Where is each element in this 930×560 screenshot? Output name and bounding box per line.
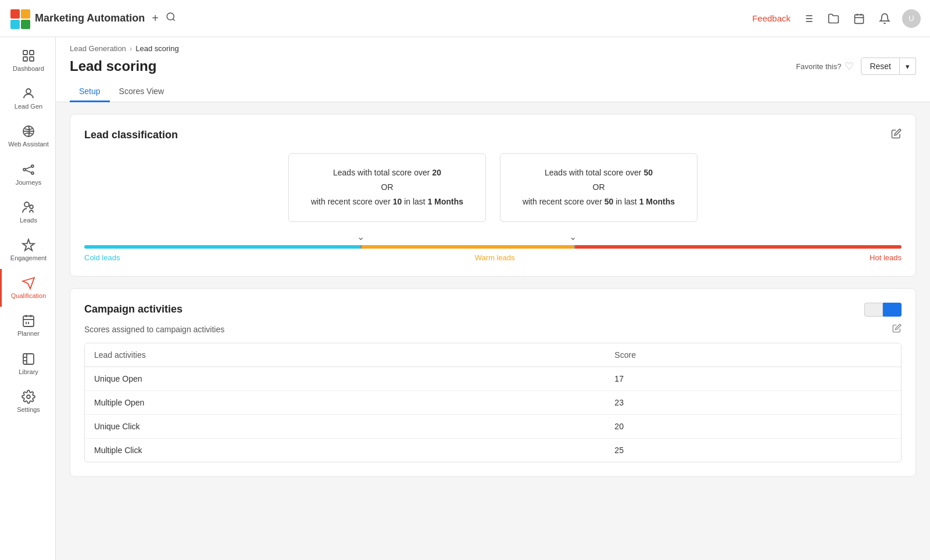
sidebar-item-web-assistant[interactable]: Web Assistant [0, 117, 55, 155]
classification-box-hot: Leads with total score over 50 OR with r… [500, 153, 698, 222]
sidebar-item-leads[interactable]: Leads [0, 193, 55, 231]
table-row: Multiple Click 25 [85, 438, 901, 462]
col-score: Score [605, 343, 901, 367]
lead-classification-header: Lead classification [84, 128, 902, 142]
campaign-activities-title: Campaign activities [84, 303, 183, 315]
sidebar-label-leads: Leads [20, 217, 37, 224]
tab-setup[interactable]: Setup [70, 82, 110, 102]
sidebar-label-engagement: Engagement [10, 254, 46, 262]
box2-line3: with recent score over 50 in last 1 Mont… [514, 195, 683, 209]
svg-rect-12 [855, 15, 864, 23]
box1-line1: Leads with total score over 20 [303, 166, 471, 180]
reset-button-group: Reset ▾ [861, 58, 916, 75]
svg-rect-2 [10, 20, 20, 29]
toggle-off[interactable] [864, 303, 883, 317]
sidebar-label-journeys: Journeys [16, 179, 42, 186]
hot-segment [575, 245, 902, 249]
chevron-row: ⌄ ⌄ [84, 231, 902, 244]
chevron-left-icon: ⌄ [357, 231, 364, 242]
search-button[interactable] [166, 12, 176, 25]
favorite-label: Favorite this? [796, 62, 841, 71]
lead-score-slider[interactable] [84, 245, 902, 249]
svg-point-37 [27, 395, 30, 399]
topbar-actions: Feedback U [752, 9, 921, 28]
campaign-activities-header: Campaign activities [84, 303, 902, 317]
svg-point-22 [23, 168, 26, 171]
col-lead-activities: Lead activities [85, 343, 605, 367]
table-header-row: Lead activities Score [85, 343, 901, 367]
sidebar-item-settings[interactable]: Settings [0, 383, 55, 421]
svg-line-26 [26, 170, 31, 173]
sidebar-label-lead-gen: Lead Gen [15, 103, 42, 110]
sidebar-item-lead-gen[interactable]: Lead Gen [0, 80, 55, 117]
page-header: Lead Generation › Lead scoring Lead scor… [56, 37, 930, 102]
lead-classification-card: Lead classification Leads with total sco… [70, 114, 916, 277]
main-layout: Dashboard Lead Gen Web Assistant Journey… [0, 37, 930, 560]
breadcrumb: Lead Generation › Lead scoring [70, 44, 916, 53]
sidebar-item-planner[interactable]: Planner [0, 307, 55, 344]
activity-unique-open: Unique Open [85, 367, 605, 390]
breadcrumb-parent[interactable]: Lead Generation [70, 44, 126, 53]
heart-icon[interactable]: ♡ [845, 60, 854, 73]
svg-rect-36 [23, 354, 34, 364]
folder-icon[interactable] [825, 10, 842, 27]
reset-dropdown-button[interactable]: ▾ [900, 58, 916, 75]
main-content: Lead Generation › Lead scoring Lead scor… [56, 37, 930, 560]
lead-classification-edit-icon[interactable] [891, 128, 902, 142]
svg-rect-0 [10, 9, 20, 19]
activity-multiple-click: Multiple Click [85, 438, 605, 462]
list-icon[interactable] [800, 10, 816, 27]
sidebar-label-dashboard: Dashboard [13, 65, 44, 73]
bell-icon[interactable] [877, 10, 893, 27]
sidebar-label-library: Library [19, 368, 38, 376]
svg-point-24 [31, 172, 34, 174]
hot-leads-label: Hot leads [870, 253, 902, 262]
box2-line2: OR [514, 180, 683, 195]
warm-segment [362, 245, 574, 249]
cold-segment [84, 245, 360, 249]
tab-scores-view[interactable]: Scores View [110, 82, 174, 102]
scores-subtitle: Scores assigned to campaign activities [84, 325, 224, 334]
svg-rect-1 [21, 9, 30, 19]
sidebar-item-dashboard[interactable]: Dashboard [0, 42, 55, 80]
sidebar-item-journeys[interactable]: Journeys [0, 156, 55, 193]
activities-table: Lead activities Score Unique Open 17 [85, 343, 901, 462]
breadcrumb-current: Lead scoring [135, 44, 178, 53]
activities-table-wrapper: Lead activities Score Unique Open 17 [84, 343, 902, 462]
handle-2[interactable] [574, 245, 575, 249]
sidebar-item-library[interactable]: Library [0, 345, 55, 383]
tab-bar: Setup Scores View [70, 82, 916, 102]
sidebar-item-engagement[interactable]: Engagement [0, 231, 55, 269]
add-button[interactable]: + [152, 12, 159, 25]
reset-button[interactable]: Reset [861, 58, 900, 75]
sidebar-label-planner: Planner [17, 330, 40, 338]
handle-1[interactable] [360, 245, 362, 249]
content-area: Lead classification Leads with total sco… [56, 102, 930, 500]
calendar-icon[interactable] [851, 10, 867, 27]
sidebar-label-web-assistant: Web Assistant [8, 141, 49, 148]
svg-rect-19 [30, 57, 34, 61]
svg-rect-17 [30, 51, 34, 55]
sidebar-label-qualification: Qualification [11, 292, 46, 300]
warm-leads-label: Warm leads [475, 253, 515, 262]
classification-box-warm: Leads with total score over 20 OR with r… [288, 153, 486, 222]
svg-point-20 [26, 89, 31, 94]
toggle-on[interactable] [883, 303, 902, 317]
svg-point-23 [31, 165, 34, 167]
table-row: Multiple Open 23 [85, 390, 901, 414]
score-multiple-open: 23 [605, 390, 901, 414]
svg-rect-18 [23, 57, 27, 61]
breadcrumb-separator: › [130, 44, 132, 53]
classification-boxes: Leads with total score over 20 OR with r… [84, 153, 902, 222]
campaign-activities-card: Campaign activities Scores assigned to c… [70, 288, 916, 477]
scores-edit-icon[interactable] [892, 324, 902, 336]
page-title-row: Lead scoring Favorite this? ♡ Reset ▾ [70, 58, 916, 75]
svg-point-28 [30, 205, 33, 209]
campaign-toggle[interactable] [864, 303, 902, 317]
feedback-link[interactable]: Feedback [752, 13, 791, 23]
sidebar-item-qualification[interactable]: Qualification [0, 269, 55, 307]
table-row: Unique Open 17 [85, 367, 901, 390]
page-title: Lead scoring [70, 58, 156, 74]
svg-marker-29 [23, 278, 34, 289]
user-avatar[interactable]: U [902, 9, 921, 28]
